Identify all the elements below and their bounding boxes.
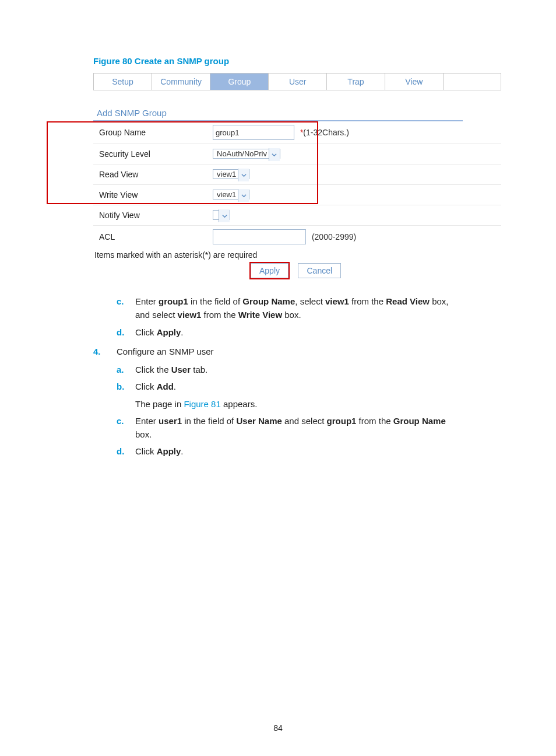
tab-community[interactable]: Community [152, 74, 210, 90]
instruction-text: c. Enter group1 in the field of Group Na… [117, 295, 463, 459]
select-read-view[interactable]: view1 [213, 168, 249, 181]
label-acl: ACL [93, 226, 207, 249]
apply-button[interactable]: Apply [251, 263, 288, 278]
chevron-down-icon [238, 169, 249, 181]
tab-bar: Setup Community Group User Trap View [93, 73, 501, 90]
input-acl[interactable] [213, 229, 306, 244]
label-security: Security Level [93, 144, 207, 164]
tab-view[interactable]: View [385, 74, 443, 90]
section-title: Add SNMP Group [97, 108, 509, 118]
tab-trap[interactable]: Trap [327, 74, 385, 90]
input-group-name[interactable] [213, 125, 294, 140]
select-notify-view[interactable] [213, 209, 230, 222]
tab-setup[interactable]: Setup [94, 74, 152, 90]
select-write-view[interactable]: view1 [213, 188, 249, 201]
hint-acl: (2000-2999) [308, 232, 356, 242]
figure-81-link[interactable]: Figure 81 [184, 399, 220, 409]
chevron-down-icon [219, 209, 230, 222]
tab-user[interactable]: User [269, 74, 327, 90]
chevron-down-icon [269, 148, 280, 161]
label-write-view: Write View [93, 185, 207, 205]
label-group-name: Group Name [93, 121, 207, 144]
form-table: Group Name *(1-32Chars.) Security Level … [93, 121, 501, 248]
tab-group[interactable]: Group [210, 74, 269, 90]
tab-blank [443, 74, 501, 90]
cancel-button[interactable]: Cancel [298, 263, 341, 278]
label-read-view: Read View [93, 164, 207, 185]
chevron-down-icon [238, 189, 249, 202]
required-note: Items marked with an asterisk(*) are req… [94, 250, 463, 260]
label-notify-view: Notify View [93, 205, 207, 226]
figure-title: Figure 80 Create an SNMP group [93, 56, 509, 66]
select-security[interactable]: NoAuth/NoPriv [213, 148, 280, 160]
page-number: 84 [0, 723, 556, 733]
hint-group-name: *(1-32Chars.) [297, 128, 349, 137]
